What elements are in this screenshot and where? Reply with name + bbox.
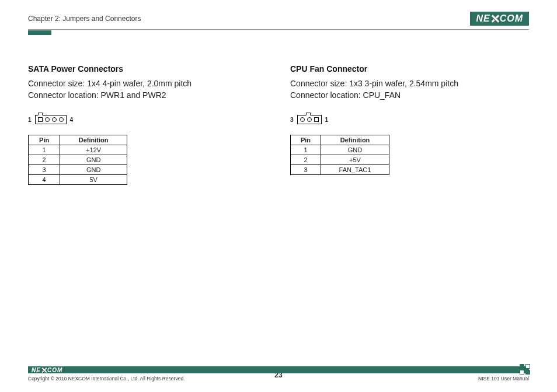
- th-def: Definition: [60, 135, 127, 145]
- pin-icon: [45, 117, 50, 122]
- pin-icon: [59, 117, 64, 122]
- footer-brand-logo: NE COM: [32, 367, 62, 373]
- pin-label-right: 4: [70, 117, 74, 123]
- table-row: 1+12V: [29, 145, 127, 155]
- page-footer: NE COM Copyright © 2010 NEXCOM Internati…: [28, 366, 529, 382]
- sata-power-section: SATA Power Connectors Connector size: 1x…: [28, 64, 267, 185]
- brand-x-icon: [491, 15, 499, 23]
- cell-pin: 1: [291, 145, 321, 155]
- page-header: Chapter 2: Jumpers and Connectors NE COM: [28, 12, 529, 30]
- sata-location: Connector location: PWR1 and PWR2: [28, 90, 267, 102]
- table-row: 2+5V: [291, 155, 389, 165]
- sata-size: Connector size: 1x4 4-pin wafer, 2.0mm p…: [28, 78, 267, 90]
- cell-pin: 4: [29, 175, 60, 185]
- brand-x-icon: [41, 368, 47, 373]
- pin-icon: [52, 117, 57, 122]
- brand-left: NE: [476, 13, 490, 24]
- notch-icon: [306, 113, 311, 116]
- cell-pin: 2: [29, 155, 60, 165]
- th-def: Definition: [321, 135, 389, 145]
- footer-bar: NE COM: [28, 366, 529, 373]
- cell-pin: 3: [29, 165, 60, 175]
- copyright-text: Copyright © 2010 NEXCOM International Co…: [28, 376, 184, 382]
- sata-connector-diagram: 1 4: [28, 115, 267, 124]
- table-row: 1GND: [291, 145, 389, 155]
- pin-icon: [300, 117, 305, 122]
- table-row: 45V: [29, 175, 127, 185]
- cell-def: +12V: [60, 145, 127, 155]
- pin-icon: [38, 117, 43, 122]
- pin-label-right: 1: [325, 117, 329, 123]
- chapter-title: Chapter 2: Jumpers and Connectors: [28, 15, 141, 23]
- cell-def: GND: [321, 145, 389, 155]
- cpufan-connector-diagram: 3 1: [290, 115, 529, 124]
- table-row: 3FAN_TAC1: [291, 165, 389, 175]
- brand-logo: NE COM: [470, 12, 529, 26]
- cpufan-pin-table: Pin Definition 1GND 2+5V 3FAN_TAC1: [290, 135, 389, 175]
- pin-icon: [307, 117, 312, 122]
- cell-def: GND: [60, 165, 127, 175]
- section-title-sata: SATA Power Connectors: [28, 64, 267, 74]
- pin-icon: [314, 117, 319, 122]
- manual-name: NISE 101 User Manual: [478, 376, 529, 382]
- cpufan-location: Connector location: CPU_FAN: [290, 90, 529, 102]
- cell-pin: 3: [291, 165, 321, 175]
- section-title-cpufan: CPU Fan Connector: [290, 64, 529, 74]
- cell-pin: 1: [29, 145, 60, 155]
- cell-def: +5V: [321, 155, 389, 165]
- cell-def: GND: [60, 155, 127, 165]
- cell-def: 5V: [60, 175, 127, 185]
- table-row: 3GND: [29, 165, 127, 175]
- header-accent-bar: [28, 30, 51, 35]
- connector-body-icon: [35, 115, 67, 124]
- footer-squares-icon: [520, 364, 530, 374]
- notch-icon: [38, 113, 43, 116]
- cell-def: FAN_TAC1: [321, 165, 389, 175]
- pin-label-left: 1: [28, 117, 32, 123]
- th-pin: Pin: [291, 135, 321, 145]
- table-row: 2GND: [29, 155, 127, 165]
- cell-pin: 2: [291, 155, 321, 165]
- connector-body-icon: [297, 115, 322, 124]
- cpufan-size: Connector size: 1x3 3-pin wafer, 2.54mm …: [290, 78, 529, 90]
- brand-right: COM: [500, 13, 523, 24]
- cpu-fan-section: CPU Fan Connector Connector size: 1x3 3-…: [290, 64, 529, 185]
- pin-label-left: 3: [290, 117, 294, 123]
- brand-right: COM: [47, 367, 62, 373]
- th-pin: Pin: [29, 135, 60, 145]
- brand-left: NE: [32, 367, 41, 373]
- sata-pin-table: Pin Definition 1+12V 2GND 3GND 45V: [28, 135, 127, 185]
